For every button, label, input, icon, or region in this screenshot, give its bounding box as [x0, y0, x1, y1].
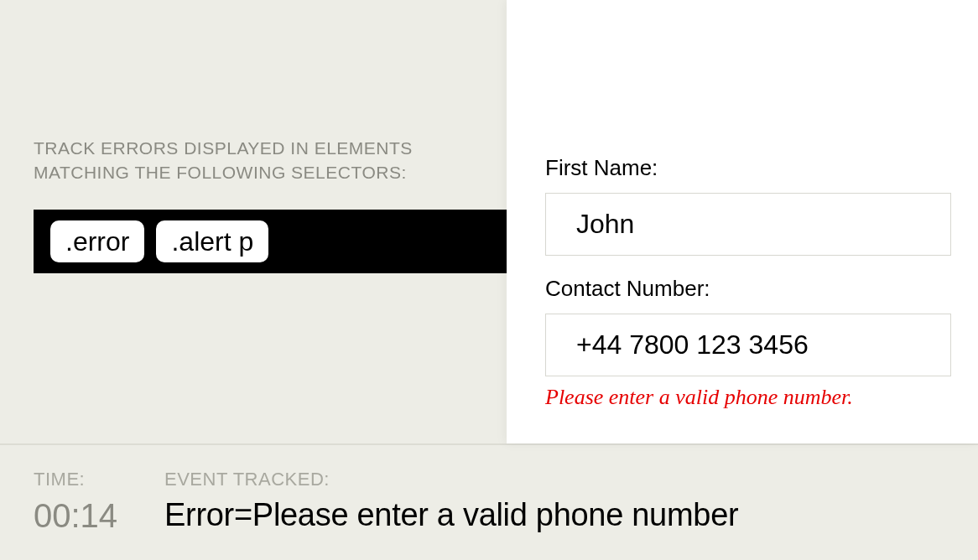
selector-chip-alert-p[interactable]: .alert p: [156, 220, 268, 262]
error-message: Please enter a valid phone number.: [545, 385, 951, 410]
first-name-input[interactable]: [545, 193, 951, 256]
time-value: 00:14: [34, 497, 164, 535]
selector-chip-error[interactable]: .error: [50, 220, 144, 262]
contact-number-label: Contact Number:: [545, 276, 951, 302]
first-name-group: First Name:: [545, 155, 951, 256]
selectors-label: TRACK ERRORS DISPLAYED IN ELEMENTS MATCH…: [34, 137, 436, 184]
form-panel: First Name: Contact Number: Please enter…: [507, 0, 978, 443]
first-name-label: First Name:: [545, 155, 951, 181]
tracked-event-section: TIME: 00:14 EVENT TRACKED: Error=Please …: [0, 445, 978, 560]
top-section: TRACK ERRORS DISPLAYED IN ELEMENTS MATCH…: [0, 0, 978, 443]
time-column: TIME: 00:14: [34, 469, 164, 535]
time-label: TIME:: [34, 469, 164, 490]
selectors-panel: TRACK ERRORS DISPLAYED IN ELEMENTS MATCH…: [0, 0, 507, 443]
contact-number-input[interactable]: [545, 314, 951, 376]
event-column: EVENT TRACKED: Error=Please enter a vali…: [164, 469, 944, 535]
main-container: TRACK ERRORS DISPLAYED IN ELEMENTS MATCH…: [0, 0, 978, 560]
event-value: Error=Please enter a valid phone number: [164, 497, 944, 533]
contact-number-group: Contact Number: Please enter a valid pho…: [545, 276, 951, 410]
selectors-bar: .error .alert p: [34, 210, 507, 273]
tracked-event-row: TIME: 00:14 EVENT TRACKED: Error=Please …: [34, 469, 944, 535]
event-label: EVENT TRACKED:: [164, 469, 944, 490]
